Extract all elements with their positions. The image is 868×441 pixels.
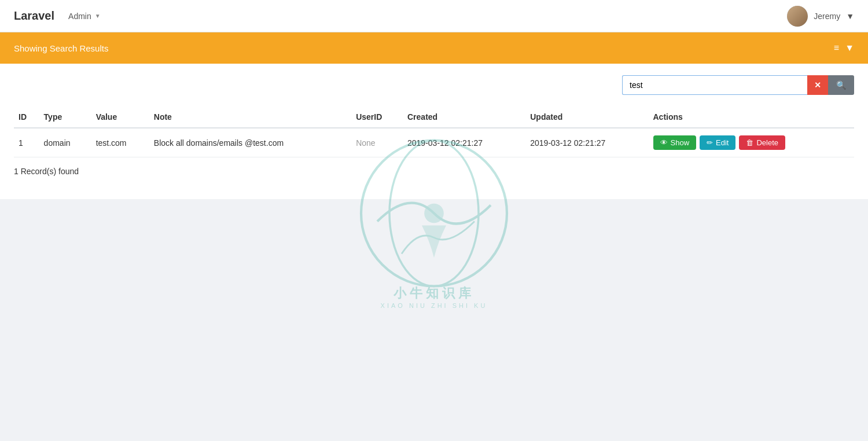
admin-label: Admin bbox=[68, 12, 91, 21]
cell-actions: 👁 Show ✏ Edit 🗑 Delete bbox=[649, 128, 855, 157]
alert-bar: Showing Search Results ≡ ▼ bbox=[0, 32, 868, 64]
delete-button[interactable]: 🗑 Delete bbox=[739, 135, 785, 150]
alert-chevron-icon[interactable]: ▼ bbox=[845, 43, 854, 53]
search-input[interactable] bbox=[622, 75, 807, 95]
avatar bbox=[787, 6, 808, 27]
col-note: Note bbox=[149, 106, 351, 128]
blacklist-table: ID Type Value Note UserID Created Update… bbox=[14, 106, 854, 157]
admin-chevron-icon: ▼ bbox=[95, 13, 101, 19]
col-actions: Actions bbox=[649, 106, 855, 128]
brand-logo: Laravel bbox=[14, 9, 54, 23]
cell-id: 1 bbox=[14, 128, 39, 157]
edit-button[interactable]: ✏ Edit bbox=[700, 135, 735, 150]
cell-value: test.com bbox=[91, 128, 149, 157]
eye-icon: 👁 bbox=[660, 138, 668, 147]
col-updated: Updated bbox=[525, 106, 648, 128]
col-created: Created bbox=[403, 106, 525, 128]
show-button[interactable]: 👁 Show bbox=[653, 135, 697, 150]
bars-icon[interactable]: ≡ bbox=[834, 43, 839, 53]
user-name: Jeremy bbox=[814, 12, 840, 21]
alert-text: Showing Search Results bbox=[14, 43, 108, 53]
search-go-button[interactable]: 🔍 bbox=[828, 75, 854, 95]
navbar-left: Laravel Admin ▼ bbox=[14, 9, 101, 23]
search-icon: 🔍 bbox=[836, 80, 846, 90]
alert-icons: ≡ ▼ bbox=[834, 43, 854, 53]
cell-userid: None bbox=[351, 128, 403, 157]
main-panel: ✕ 🔍 ID Type Value Note UserID Created Up… bbox=[0, 64, 868, 199]
trash-icon: 🗑 bbox=[746, 138, 753, 147]
table-body: 1 domain test.com Block all domains/emai… bbox=[14, 128, 854, 157]
table-container: ID Type Value Note UserID Created Update… bbox=[14, 106, 854, 157]
navbar: Laravel Admin ▼ Jeremy ▼ bbox=[0, 0, 868, 32]
search-row: ✕ 🔍 bbox=[14, 75, 854, 95]
search-wrapper: ✕ 🔍 bbox=[622, 75, 854, 95]
admin-menu[interactable]: Admin ▼ bbox=[68, 12, 101, 21]
cell-updated: 2019-03-12 02:21:27 bbox=[525, 128, 648, 157]
search-clear-button[interactable]: ✕ bbox=[807, 75, 828, 95]
col-id: ID bbox=[14, 106, 39, 128]
col-userid: UserID bbox=[351, 106, 403, 128]
col-value: Value bbox=[91, 106, 149, 128]
avatar-image bbox=[787, 6, 808, 27]
table-header: ID Type Value Note UserID Created Update… bbox=[14, 106, 854, 128]
cell-type: domain bbox=[39, 128, 91, 157]
cell-created: 2019-03-12 02:21:27 bbox=[403, 128, 525, 157]
records-found: 1 Record(s) found bbox=[14, 167, 854, 176]
col-type: Type bbox=[39, 106, 91, 128]
table-row: 1 domain test.com Block all domains/emai… bbox=[14, 128, 854, 157]
cell-note: Block all domains/emails @test.com bbox=[149, 128, 351, 157]
user-chevron-icon: ▼ bbox=[846, 12, 854, 21]
user-menu[interactable]: Jeremy ▼ bbox=[787, 6, 854, 27]
pencil-icon: ✏ bbox=[707, 138, 713, 147]
